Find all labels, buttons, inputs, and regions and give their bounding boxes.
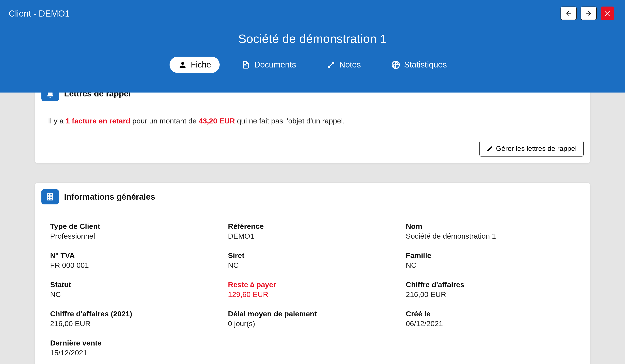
edit-icon: [486, 145, 493, 152]
value-siret: NC: [228, 261, 397, 270]
field-cree-le: Créé le 06/12/2021: [406, 309, 575, 328]
tab-documents[interactable]: Documents: [233, 56, 305, 73]
person-icon: [178, 60, 187, 69]
info-card: Informations générales Type de Client Pr…: [35, 183, 590, 364]
label-delai: Délai moyen de paiement: [228, 309, 397, 318]
label-cree-le: Créé le: [406, 309, 575, 318]
building-icon-box: [41, 189, 59, 204]
value-derniere-vente: 15/12/2021: [50, 349, 219, 357]
tabs: Fiche Documents Notes Statistiques: [9, 56, 616, 92]
tab-notes-label: Notes: [339, 60, 361, 69]
header: Client - DEMO1 Société de démonstration …: [0, 0, 625, 92]
value-ca-year: 216,00 EUR: [50, 319, 219, 328]
reminder-text-mid: pour un montant de: [130, 117, 199, 125]
value-cree-le: 06/12/2021: [406, 319, 575, 328]
building-icon: [45, 192, 55, 202]
field-statut: Statut NC: [50, 280, 219, 299]
label-tva: N° TVA: [50, 251, 219, 260]
value-ca: 216,00 EUR: [406, 290, 575, 299]
label-type-client: Type de Client: [50, 222, 219, 230]
stats-icon: [391, 60, 400, 69]
next-button[interactable]: [581, 6, 597, 20]
tab-notes[interactable]: Notes: [318, 56, 370, 73]
reminder-amount: 43,20 EUR: [199, 117, 235, 125]
tab-statistiques[interactable]: Statistiques: [383, 56, 455, 73]
tab-documents-label: Documents: [254, 60, 296, 69]
reminder-count: 1 facture en retard: [65, 117, 130, 125]
label-famille: Famille: [406, 251, 575, 260]
notes-icon: [327, 60, 335, 69]
page-title: Société de démonstration 1: [9, 23, 616, 56]
value-type-client: Professionnel: [50, 232, 219, 240]
close-icon: [603, 9, 611, 17]
reminders-body: Il y a 1 facture en retard pour un monta…: [35, 108, 590, 134]
tab-statistiques-label: Statistiques: [404, 60, 447, 69]
tab-fiche-label: Fiche: [191, 60, 211, 69]
arrow-right-icon: [585, 10, 592, 17]
value-reste-a-payer: 129,60 EUR: [228, 290, 397, 299]
label-reference: Référence: [228, 222, 397, 230]
field-delai: Délai moyen de paiement 0 jour(s): [228, 309, 397, 328]
field-nom: Nom Société de démonstration 1: [406, 222, 575, 240]
label-ca: Chiffre d'affaires: [406, 280, 575, 289]
label-nom: Nom: [406, 222, 575, 230]
info-grid: Type de Client Professionnel Référence D…: [35, 211, 590, 364]
field-derniere-vente: Dernière vente 15/12/2021: [50, 339, 219, 357]
breadcrumb: Client - DEMO1: [9, 9, 616, 23]
manage-reminders-label: Gérer les lettres de rappel: [496, 144, 577, 153]
reminder-text-suffix: qui ne fait pas l'objet d'un rappel.: [235, 117, 345, 125]
field-type-client: Type de Client Professionnel: [50, 222, 219, 240]
content: Lettres de rappel Il y a 1 facture en re…: [0, 80, 625, 364]
field-siret: Siret NC: [228, 251, 397, 270]
tab-fiche[interactable]: Fiche: [170, 56, 220, 73]
field-ca-year: Chiffre d'affaires (2021) 216,00 EUR: [50, 309, 219, 328]
arrow-left-icon: [565, 10, 572, 17]
manage-reminders-button[interactable]: Gérer les lettres de rappel: [479, 141, 584, 157]
info-title: Informations générales: [64, 192, 155, 202]
value-statut: NC: [50, 290, 219, 299]
label-derniere-vente: Dernière vente: [50, 339, 219, 347]
label-reste-a-payer: Reste à payer: [228, 280, 397, 289]
label-statut: Statut: [50, 280, 219, 289]
label-ca-year: Chiffre d'affaires (2021): [50, 309, 219, 318]
value-nom: Société de démonstration 1: [406, 232, 575, 240]
info-header: Informations générales: [35, 183, 590, 211]
field-famille: Famille NC: [406, 251, 575, 270]
value-reference: DEMO1: [228, 232, 397, 240]
document-icon: [242, 60, 250, 69]
reminders-footer: Gérer les lettres de rappel: [35, 134, 590, 163]
label-siret: Siret: [228, 251, 397, 260]
value-delai: 0 jour(s): [228, 319, 397, 328]
reminder-text-prefix: Il y a: [48, 117, 65, 125]
value-famille: NC: [406, 261, 575, 270]
close-button[interactable]: [601, 6, 614, 20]
field-tva: N° TVA FR 000 001: [50, 251, 219, 270]
value-tva: FR 000 001: [50, 261, 219, 270]
top-buttons: [561, 6, 614, 20]
prev-button[interactable]: [561, 6, 577, 20]
field-reste-a-payer: Reste à payer 129,60 EUR: [228, 280, 397, 299]
field-ca: Chiffre d'affaires 216,00 EUR: [406, 280, 575, 299]
field-reference: Référence DEMO1: [228, 222, 397, 240]
